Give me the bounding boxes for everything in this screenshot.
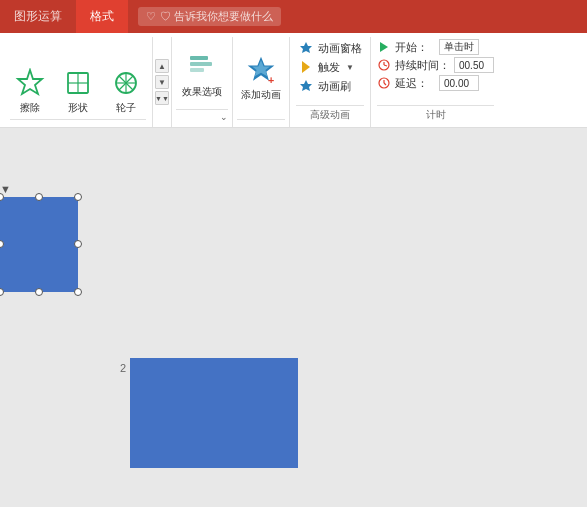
trigger-label: 触发 [318,60,340,75]
effect-section-footer: ⌄ [176,109,228,125]
timing-rows: 开始： 单击时 持续时间： 00.50 [377,39,494,103]
svg-rect-10 [190,62,212,66]
timing-section: 开始： 单击时 持续时间： 00.50 [371,37,500,127]
slide2-container: 2 [120,358,298,468]
svg-line-21 [384,65,387,66]
slide2-rect[interactable] [130,358,298,468]
slide1-wrapper: ▼ [0,183,78,292]
animation-wheel[interactable]: 轮子 [106,65,146,117]
ribbon: 擦除 形状 [0,33,587,128]
shape-label: 形状 [68,101,88,115]
animation-painter-icon [298,78,314,94]
erase-label: 擦除 [20,101,40,115]
duration-value[interactable]: 00.50 [454,57,494,73]
ribbon-content: 擦除 形状 [0,33,587,127]
handle-bl[interactable] [0,288,4,296]
delay-icon [377,76,391,90]
advanced-animation-section: 动画窗格 触发 ▼ [290,37,371,127]
scroll-down-btn[interactable]: ▼ [155,75,169,89]
title-bar: 图形运算 格式 ♡ ♡ 告诉我你想要做什么 [0,0,587,33]
tab-graphic-ops[interactable]: 图形运算 [0,0,76,33]
timing-delay-row: 延迟： 00.00 [377,75,494,91]
search-icon: ♡ [146,10,156,23]
svg-line-24 [384,83,386,85]
wheel-label: 轮子 [116,101,136,115]
add-animation-icon: + [245,54,277,86]
delay-label: 延迟： [395,76,435,91]
svg-marker-18 [380,42,388,52]
slide1-rect-container[interactable] [0,197,78,292]
duration-label: 持续时间： [395,58,450,73]
slide2-number: 2 [120,362,126,374]
add-animation-section: + 添加动画 [233,37,290,127]
timing-start-row: 开始： 单击时 [377,39,494,55]
delay-value[interactable]: 00.00 [439,75,479,91]
effect-options-label: 效果选项 [182,85,222,99]
tab-format[interactable]: 格式 [76,0,128,33]
advanced-section-label: 高级动画 [296,105,364,125]
animation-panel-btn[interactable]: 动画窗格 [296,39,364,57]
scroll-more-btn[interactable]: ▼▼ [155,91,169,105]
handle-mr[interactable] [74,240,82,248]
handle-tm[interactable] [35,193,43,201]
animation-presets-section: 擦除 形状 [4,37,153,127]
handle-bm[interactable] [35,288,43,296]
start-value[interactable]: 单击时 [439,39,479,55]
slide1-rect[interactable] [0,197,78,292]
animation-panel-label: 动画窗格 [318,41,362,56]
animation-shape[interactable]: 形状 [58,65,98,117]
add-anim-footer [237,119,285,125]
animation-section-footer [10,119,146,125]
effect-options-section: 效果选项 ⌄ [172,37,233,127]
timing-section-label: 计时 [377,105,494,125]
svg-marker-0 [18,70,42,94]
advanced-items: 动画窗格 触发 ▼ [296,39,364,103]
add-animation-label: 添加动画 [241,88,281,102]
scroll-up-btn[interactable]: ▲ [155,59,169,73]
effect-options-icon [186,48,218,83]
animation-panel-icon [298,40,314,56]
animation-painter-label: 动画刷 [318,79,351,94]
search-bar-container: ♡ ♡ 告诉我你想要做什么 [138,7,587,26]
svg-rect-9 [190,56,208,60]
effect-options-btn[interactable]: 效果选项 [176,39,228,107]
svg-marker-15 [300,42,312,53]
svg-text:+: + [268,74,274,86]
trigger-dropdown-icon: ▼ [346,63,354,72]
wheel-icon [110,67,142,99]
animation-items: 擦除 形状 [10,39,146,117]
timing-duration-row: 持续时间： 00.50 [377,57,494,73]
svg-marker-17 [300,80,312,91]
svg-marker-16 [302,61,310,73]
erase-icon [14,67,46,99]
clock-icon [377,58,391,72]
play-icon [377,40,391,54]
animation-erase[interactable]: 擦除 [10,65,50,117]
handle-tr[interactable] [74,193,82,201]
svg-rect-11 [190,68,204,72]
shape-icon [62,67,94,99]
trigger-icon [298,59,314,75]
scroll-arrows[interactable]: ▲ ▼ ▼▼ [153,37,172,127]
trigger-btn[interactable]: 触发 ▼ [296,58,364,76]
add-animation-btn[interactable]: + 添加动画 [237,39,285,117]
start-label: 开始： [395,40,435,55]
animation-painter-btn[interactable]: 动画刷 [296,77,364,95]
handle-br[interactable] [74,288,82,296]
expand-icon: ⌄ [220,112,228,122]
search-input[interactable]: ♡ ♡ 告诉我你想要做什么 [138,7,281,26]
canvas-area[interactable]: ▼ 2 [0,128,587,507]
